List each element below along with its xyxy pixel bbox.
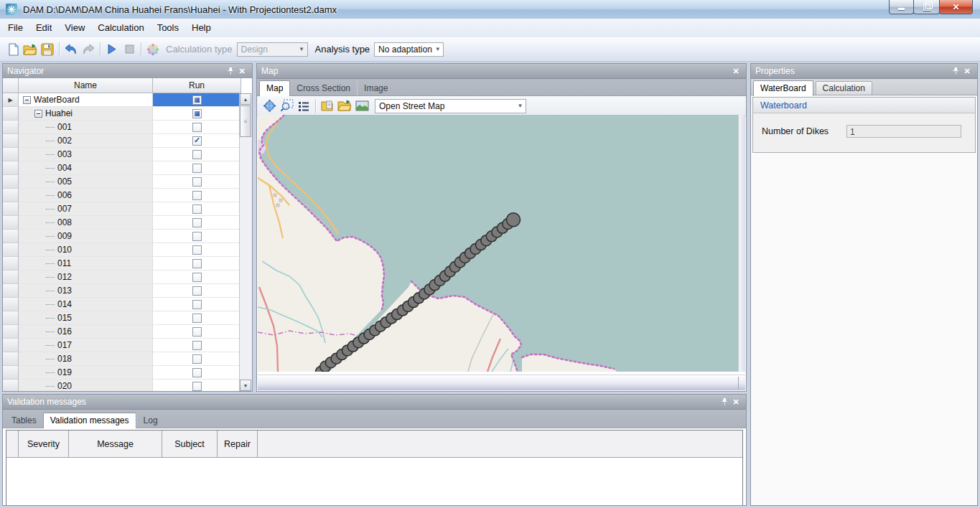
run-checkbox-off[interactable] xyxy=(192,123,202,132)
tree-row-018[interactable]: 018 xyxy=(3,352,252,366)
close-icon[interactable]: ✕ xyxy=(730,397,742,407)
tree-node-name[interactable]: 004 xyxy=(19,161,153,175)
background-image-button[interactable] xyxy=(353,98,370,114)
tree-node-name[interactable]: 008 xyxy=(19,216,153,230)
navigator-tree-grid[interactable]: Name Run ▶WaterBoardHuahei00100200300400… xyxy=(3,78,252,391)
tree-node-name[interactable]: 015 xyxy=(19,311,153,325)
run-cell[interactable] xyxy=(153,93,241,107)
collapse-icon[interactable] xyxy=(34,110,42,118)
tree-row-010[interactable]: 010 xyxy=(3,243,252,257)
map-viewport[interactable] xyxy=(258,115,739,372)
run-checkbox-off[interactable] xyxy=(192,300,202,309)
tab-waterboard[interactable]: WaterBoard xyxy=(753,80,813,96)
tree-row-009[interactable]: 009 xyxy=(3,230,252,243)
run-checkbox-off[interactable] xyxy=(192,150,202,159)
tree-row-006[interactable]: 006 xyxy=(3,189,252,202)
tree-node-name[interactable]: 003 xyxy=(19,148,153,161)
run-cell[interactable] xyxy=(153,107,241,121)
run-cell[interactable] xyxy=(153,175,241,189)
run-cell[interactable] xyxy=(153,271,241,284)
pin-icon[interactable] xyxy=(719,397,730,407)
run-checkbox-off[interactable] xyxy=(192,273,202,282)
tree-row-016[interactable]: 016 xyxy=(3,325,252,339)
basemap-select[interactable]: Open Street Map▼ xyxy=(375,99,526,113)
tree-row-008[interactable]: 008 xyxy=(3,216,252,230)
menu-edit[interactable]: Edit xyxy=(29,19,58,37)
open-map-button[interactable] xyxy=(336,98,353,114)
tree-node-name[interactable]: 007 xyxy=(19,202,153,216)
tree-row-003[interactable]: 003 xyxy=(3,148,252,161)
run-cell[interactable] xyxy=(153,257,241,271)
run-cell[interactable] xyxy=(153,216,241,230)
menu-view[interactable]: View xyxy=(58,19,91,37)
tree-node-name[interactable]: Huahei xyxy=(19,107,153,121)
pin-icon[interactable] xyxy=(225,66,236,76)
scroll-up-icon[interactable]: ▲ xyxy=(240,93,251,105)
run-checkbox-off[interactable] xyxy=(192,177,202,187)
run-checkbox-off[interactable] xyxy=(192,259,202,268)
run-cell[interactable] xyxy=(153,298,241,311)
run-cell[interactable] xyxy=(153,148,241,161)
run-checkbox-off[interactable] xyxy=(192,218,202,227)
run-cell[interactable] xyxy=(153,339,241,352)
tree-node-name[interactable]: 011 xyxy=(19,257,153,271)
tree-row-waterboard[interactable]: ▶WaterBoard xyxy=(3,93,252,107)
name-column-header[interactable]: Name xyxy=(19,78,153,93)
tree-node-name[interactable]: 014 xyxy=(19,298,153,311)
run-checkbox-mixed[interactable] xyxy=(192,95,202,105)
tree-row-013[interactable]: 013 xyxy=(3,284,252,298)
restore-button[interactable] xyxy=(913,0,940,14)
run-checkbox-off[interactable] xyxy=(192,191,202,200)
run-checkbox-off[interactable] xyxy=(192,164,202,173)
run-cell[interactable] xyxy=(153,243,241,257)
tree-row-019[interactable]: 019 xyxy=(3,366,252,380)
tab-map[interactable]: Map xyxy=(259,80,290,96)
tree-node-name[interactable]: 010 xyxy=(19,243,153,257)
run-cell[interactable] xyxy=(153,134,241,148)
run-checkbox-off[interactable] xyxy=(192,327,202,337)
menu-file[interactable]: File xyxy=(1,19,29,37)
run-checkbox-mixed[interactable] xyxy=(192,109,202,118)
tree-row-015[interactable]: 015 xyxy=(3,311,252,325)
run-cell[interactable] xyxy=(153,325,241,339)
run-checkbox-off[interactable] xyxy=(192,341,202,350)
analysis-type-select[interactable]: No adaptation▼ xyxy=(374,42,444,57)
menu-tools[interactable]: Tools xyxy=(151,19,185,37)
close-button[interactable]: ✕ xyxy=(939,0,973,14)
run-checkbox-off[interactable] xyxy=(192,286,202,296)
run-calculation-button[interactable] xyxy=(103,41,121,58)
run-checkbox-off[interactable] xyxy=(192,204,202,214)
minimize-button[interactable] xyxy=(889,0,914,14)
tree-node-name[interactable]: 001 xyxy=(19,121,153,134)
window-titlebar[interactable]: DAM D:\DAM\DAM China Huahei Frans\Huahei… xyxy=(0,0,980,19)
tree-row-011[interactable]: 011 xyxy=(3,257,252,271)
redo-button[interactable] xyxy=(80,41,97,58)
export-map-button[interactable] xyxy=(319,98,336,114)
navigator-scrollbar[interactable]: ▲ ≡ ▼ xyxy=(239,93,252,391)
run-cell[interactable] xyxy=(153,284,241,298)
validation-grid[interactable]: SeverityMessageSubjectRepair xyxy=(6,430,743,505)
tab-image[interactable]: Image xyxy=(357,81,394,95)
tree-row-017[interactable]: 017 xyxy=(3,339,252,352)
tree-node-name[interactable]: 005 xyxy=(19,175,153,189)
tree-node-name[interactable]: 019 xyxy=(19,366,153,380)
run-cell[interactable] xyxy=(153,311,241,325)
map-horizontal-scrollbar[interactable] xyxy=(258,375,745,390)
stop-calculation-button[interactable] xyxy=(121,41,138,58)
run-checkbox-off[interactable] xyxy=(192,382,202,391)
tree-row-012[interactable]: 012 xyxy=(3,271,252,284)
column-header-message[interactable]: Message xyxy=(69,431,162,458)
open-file-button[interactable] xyxy=(22,41,39,58)
tree-row-004[interactable]: 004 xyxy=(3,161,252,175)
tree-node-name[interactable]: WaterBoard xyxy=(19,93,153,107)
run-cell[interactable] xyxy=(153,161,241,175)
column-header-subject[interactable]: Subject xyxy=(162,431,218,458)
run-checkbox-off[interactable] xyxy=(192,368,202,377)
tree-node-name[interactable]: 002 xyxy=(19,134,153,148)
pin-icon[interactable] xyxy=(950,66,961,76)
run-cell[interactable] xyxy=(153,202,241,216)
menu-calculation[interactable]: Calculation xyxy=(91,19,150,37)
new-document-button[interactable] xyxy=(4,41,22,58)
tab-cross-section[interactable]: Cross Section xyxy=(290,81,357,95)
run-cell[interactable] xyxy=(153,366,241,380)
